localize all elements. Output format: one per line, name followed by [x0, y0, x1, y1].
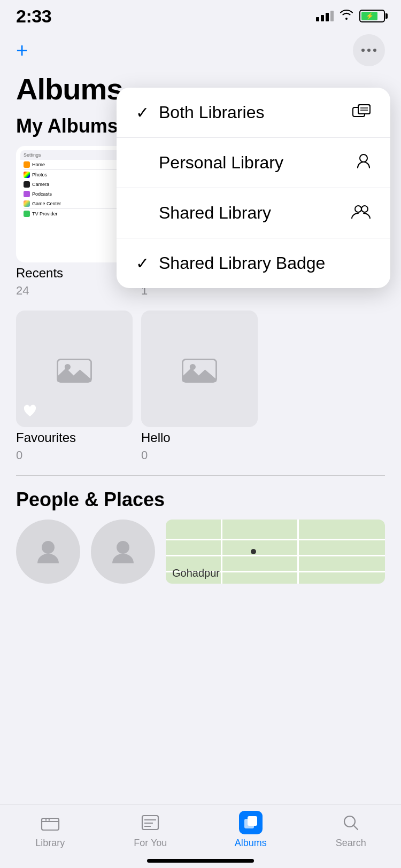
svg-point-15 [45, 819, 47, 821]
shared-library-label: Shared Library [159, 203, 351, 223]
svg-point-11 [360, 154, 367, 162]
person-avatar-2[interactable] [91, 520, 155, 584]
search-icon [339, 811, 363, 834]
svg-point-5 [117, 541, 129, 554]
album-count-hello: 0 [141, 448, 258, 462]
album-grid-row2: Favourites 0 Hello 0 [0, 311, 401, 462]
personal-library-icon [356, 153, 371, 173]
svg-line-24 [354, 826, 358, 830]
more-button[interactable] [353, 34, 385, 66]
album-item-hello[interactable]: Hello 0 [141, 311, 258, 462]
tab-library[interactable]: Library [0, 811, 101, 849]
add-button[interactable]: + [16, 40, 28, 60]
tab-albums-label: Albums [235, 838, 267, 849]
status-time: 2:33 [16, 6, 51, 27]
both-libraries-label: Both Libraries [159, 103, 352, 122]
filter-dropdown: ✓ Both Libraries ✓ Personal Library ✓ Sh… [117, 88, 390, 288]
svg-rect-22 [248, 816, 257, 826]
tab-bar: Library For You Albums [0, 804, 401, 868]
tab-foryou-label: For You [134, 838, 167, 849]
albums-icon [239, 811, 263, 834]
album-name-favourites: Favourites [16, 430, 133, 445]
shared-badge-label: Shared Library Badge [159, 253, 371, 273]
check-icon-badge: ✓ [136, 254, 149, 273]
wifi-icon [339, 9, 354, 23]
nav-header: + [0, 29, 401, 72]
tab-albums[interactable]: Albums [200, 811, 301, 849]
people-places-title: People & Places [16, 489, 385, 511]
signal-icon [316, 11, 334, 21]
dropdown-item-shared-badge[interactable]: ✓ Shared Library Badge [117, 238, 390, 288]
shared-library-icon [351, 204, 371, 222]
both-libraries-icon [352, 103, 371, 122]
svg-rect-7 [358, 105, 370, 114]
dropdown-item-shared-library[interactable]: ✓ Shared Library [117, 188, 390, 238]
album-count-recents: 24 [16, 284, 133, 298]
check-icon-both: ✓ [136, 103, 149, 122]
library-icon [38, 811, 62, 834]
foryou-icon [138, 811, 162, 834]
album-item-favourites[interactable]: Favourites 0 [16, 311, 133, 462]
tab-search-label: Search [336, 838, 366, 849]
status-bar: 2:33 ⚡ [0, 0, 401, 29]
map-thumbnail[interactable]: Gohadpur [166, 520, 385, 584]
map-location-dot [251, 549, 256, 554]
dropdown-item-personal-library[interactable]: ✓ Personal Library [117, 137, 390, 188]
album-name-hello: Hello [141, 430, 258, 445]
album-count-favourites: 0 [16, 448, 133, 462]
person-avatar-1[interactable] [16, 520, 80, 584]
people-row: Gohadpur [16, 520, 385, 584]
album-thumb-hello [141, 311, 258, 427]
album-thumb-recents: Settings Home Photos Camera Podcasts [16, 146, 133, 262]
svg-rect-14 [42, 818, 59, 830]
home-indicator [147, 859, 254, 863]
svg-point-12 [355, 206, 361, 212]
battery-icon: ⚡ [359, 10, 385, 22]
map-place-label: Gohadpur [172, 567, 220, 579]
svg-point-16 [48, 819, 50, 821]
album-thumb-favourites [16, 311, 133, 427]
album-name-recents: Recents [16, 266, 133, 281]
svg-point-4 [42, 541, 55, 554]
personal-library-label: Personal Library [159, 153, 356, 173]
section-divider [16, 475, 385, 476]
dropdown-item-both-libraries[interactable]: ✓ Both Libraries [117, 88, 390, 137]
album-item-recents[interactable]: Settings Home Photos Camera Podcasts [16, 146, 133, 298]
tab-foryou[interactable]: For You [101, 811, 201, 849]
svg-point-13 [361, 206, 368, 212]
status-icons: ⚡ [316, 9, 385, 23]
tab-search[interactable]: Search [301, 811, 402, 849]
people-section: People & Places Gohadpur [0, 489, 401, 584]
tab-library-label: Library [35, 838, 65, 849]
